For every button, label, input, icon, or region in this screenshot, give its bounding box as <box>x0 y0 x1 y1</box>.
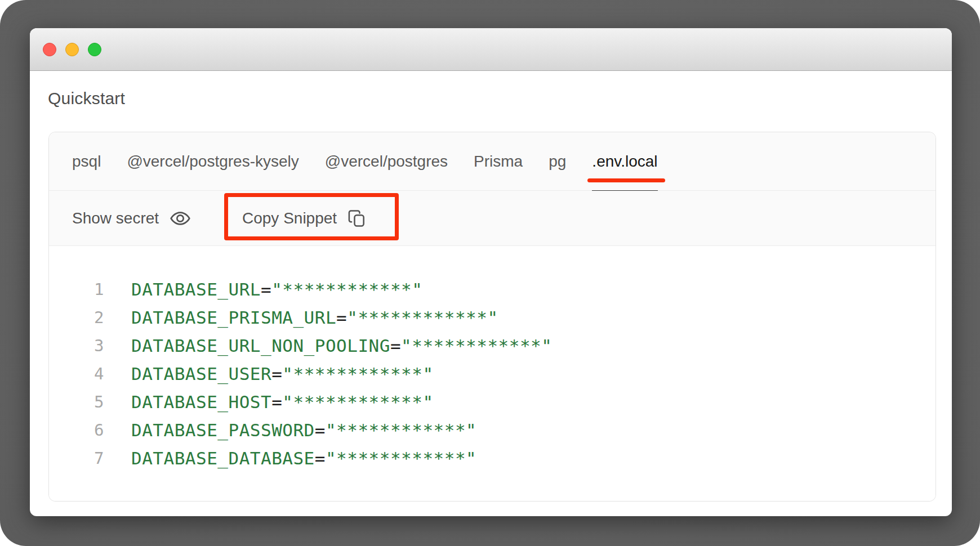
copy-snippet-button[interactable]: Copy Snippet <box>242 191 367 245</box>
code-text: DATABASE_PASSWORD="************" <box>131 420 476 440</box>
show-secret-label: Show secret <box>72 209 159 227</box>
snippet-toolbar: Show secret Copy Snippet <box>49 191 936 246</box>
line-number: 5 <box>49 392 104 411</box>
copy-icon[interactable] <box>347 208 367 229</box>
code-text: DATABASE_URL_NON_POOLING="************" <box>131 335 552 356</box>
env-key: DATABASE_HOST <box>131 392 271 412</box>
code-text: DATABASE_HOST="************" <box>131 392 434 412</box>
close-button[interactable] <box>43 43 56 56</box>
titlebar <box>30 28 952 71</box>
zoom-button[interactable] <box>88 43 101 56</box>
operator: = <box>261 279 271 299</box>
line-number: 4 <box>49 364 104 383</box>
line-number: 3 <box>49 336 104 355</box>
line-number: 6 <box>49 420 104 440</box>
env-value: "************" <box>271 279 422 299</box>
tab-vercel-postgres[interactable]: @vercel/postgres <box>325 152 448 171</box>
line-number: 7 <box>49 449 104 468</box>
tab-vercel-postgres-kysely[interactable]: @vercel/postgres-kysely <box>127 152 299 171</box>
env-key: DATABASE_URL <box>131 279 261 299</box>
operator: = <box>390 335 401 356</box>
operator: = <box>271 392 282 412</box>
tab-prisma[interactable]: Prisma <box>474 152 523 171</box>
annotation-underline <box>587 178 665 182</box>
env-key: DATABASE_PASSWORD <box>131 420 315 440</box>
env-value: "************" <box>326 420 476 440</box>
env-key: DATABASE_PRISMA_URL <box>131 307 336 328</box>
operator: = <box>315 448 326 468</box>
eye-icon[interactable] <box>169 207 191 230</box>
code-block: 1 DATABASE_URL="************" 2 DATABASE… <box>49 246 936 501</box>
line-number: 2 <box>49 308 104 327</box>
tab-env-local[interactable]: .env.local <box>592 152 657 171</box>
code-text: DATABASE_USER="************" <box>131 364 434 384</box>
code-line: 3 DATABASE_URL_NON_POOLING="************… <box>49 332 936 360</box>
env-key: DATABASE_URL_NON_POOLING <box>131 335 390 356</box>
minimize-button[interactable] <box>65 43 79 56</box>
env-value: "************" <box>282 392 433 412</box>
device-frame: Quickstart psql @vercel/postgres-kysely … <box>0 0 980 546</box>
env-key: DATABASE_USER <box>131 364 271 384</box>
code-text: DATABASE_DATABASE="************" <box>131 448 476 468</box>
code-line: 6 DATABASE_PASSWORD="************" <box>49 416 936 444</box>
tab-bar: psql @vercel/postgres-kysely @vercel/pos… <box>49 132 936 191</box>
app-window: Quickstart psql @vercel/postgres-kysely … <box>30 28 952 516</box>
code-line: 2 DATABASE_PRISMA_URL="************" <box>49 303 936 332</box>
operator: = <box>271 364 282 384</box>
code-text: DATABASE_URL="************" <box>131 279 422 299</box>
tab-psql[interactable]: psql <box>72 152 101 171</box>
env-value: "************" <box>347 307 498 328</box>
code-line: 4 DATABASE_USER="************" <box>49 360 936 388</box>
copy-snippet-label: Copy Snippet <box>242 209 337 227</box>
env-key: DATABASE_DATABASE <box>131 448 315 468</box>
window-controls <box>43 43 101 56</box>
env-value: "************" <box>401 335 552 356</box>
env-value: "************" <box>326 448 476 468</box>
code-line: 7 DATABASE_DATABASE="************" <box>49 444 936 472</box>
quickstart-panel: psql @vercel/postgres-kysely @vercel/pos… <box>48 132 936 502</box>
tab-pg[interactable]: pg <box>549 152 566 171</box>
show-secret-toggle[interactable]: Show secret <box>72 207 191 230</box>
line-number: 1 <box>49 280 104 299</box>
operator: = <box>315 420 326 440</box>
code-line: 5 DATABASE_HOST="************" <box>49 388 936 416</box>
page-title: Quickstart <box>48 89 125 108</box>
code-line: 1 DATABASE_URL="************" <box>49 275 936 303</box>
code-text: DATABASE_PRISMA_URL="************" <box>131 307 498 328</box>
operator: = <box>336 307 347 328</box>
env-value: "************" <box>282 364 433 384</box>
tab-env-local-label: .env.local <box>592 153 657 170</box>
